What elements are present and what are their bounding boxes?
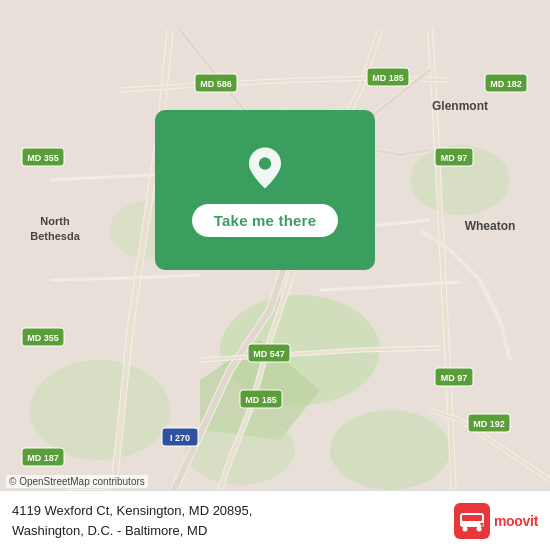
address-text: 4119 Wexford Ct, Kensington, MD 20895, W…: [12, 501, 444, 540]
popup-panel: Take me there: [155, 110, 375, 270]
svg-text:MD 182: MD 182: [490, 79, 522, 89]
svg-rect-45: [474, 515, 482, 521]
svg-text:MD 97: MD 97: [441, 153, 468, 163]
svg-text:MD 355: MD 355: [27, 153, 59, 163]
svg-text:MD 187: MD 187: [27, 453, 59, 463]
svg-text:MD 192: MD 192: [473, 419, 505, 429]
svg-text:North: North: [40, 215, 70, 227]
map-container: MD 586 MD 185 MD 182 MD 355 MD 635 MD 97…: [0, 0, 550, 550]
svg-text:MD 97: MD 97: [441, 373, 468, 383]
map-svg: MD 586 MD 185 MD 182 MD 355 MD 635 MD 97…: [0, 0, 550, 550]
svg-point-3: [30, 360, 170, 460]
svg-text:I 270: I 270: [170, 433, 190, 443]
svg-text:MD 586: MD 586: [200, 79, 232, 89]
svg-text:Wheaton: Wheaton: [465, 219, 516, 233]
svg-point-2: [330, 410, 450, 490]
svg-text:MD 185: MD 185: [245, 395, 277, 405]
bottom-bar: 4119 Wexford Ct, Kensington, MD 20895, W…: [0, 490, 550, 550]
osm-credit: © OpenStreetMap contributors: [6, 475, 148, 488]
svg-text:MD 547: MD 547: [253, 349, 285, 359]
svg-text:MD 185: MD 185: [372, 73, 404, 83]
take-me-there-button[interactable]: Take me there: [192, 204, 338, 237]
moovit-logo: moovit: [454, 503, 538, 539]
svg-point-49: [474, 529, 477, 532]
svg-rect-48: [469, 515, 475, 521]
svg-text:Bethesda: Bethesda: [30, 230, 80, 242]
location-pin-icon: [241, 144, 289, 192]
svg-text:Glenmont: Glenmont: [432, 99, 488, 113]
svg-rect-44: [462, 515, 470, 521]
moovit-brand-text: moovit: [494, 513, 538, 529]
svg-point-41: [259, 157, 271, 169]
svg-text:MD 355: MD 355: [27, 333, 59, 343]
moovit-bus-icon: [454, 503, 490, 539]
svg-point-46: [462, 526, 467, 531]
